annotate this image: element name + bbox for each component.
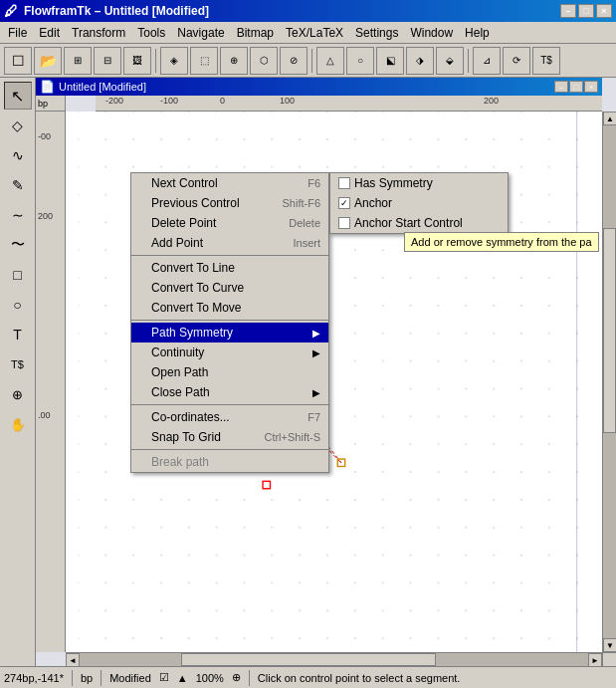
ctx-convert-curve[interactable]: Convert To Curve: [131, 278, 328, 298]
scrollbar-corner: [602, 652, 616, 666]
ctx-delete-point[interactable]: Delete Point Delete: [131, 213, 328, 233]
v-scroll-track[interactable]: [603, 125, 616, 638]
ruler-label: -200: [105, 96, 123, 106]
ruler-label: -100: [160, 96, 178, 106]
doc-window-controls: – □ ×: [554, 81, 598, 93]
menu-transform[interactable]: Transform: [66, 24, 131, 42]
tb-sep1: [155, 49, 156, 73]
ctx-continuity[interactable]: Continuity ▶: [131, 343, 328, 362]
tool-textmath[interactable]: T$: [4, 350, 32, 378]
h-scroll-right[interactable]: ►: [588, 653, 602, 666]
tool-node[interactable]: ◇: [4, 112, 32, 139]
status-sep3: [249, 670, 250, 686]
tool-pen[interactable]: ✎: [4, 171, 32, 199]
canvas-area[interactable]: 📄 Untitled [Modified] – □ × -200 -100 0 …: [36, 78, 616, 666]
ctx-sep3: [131, 404, 328, 405]
tb-text[interactable]: T$: [532, 47, 560, 75]
ctx-prev-control[interactable]: Previous Control Shift-F6: [131, 193, 328, 213]
tb-arrange2[interactable]: ⟳: [503, 47, 530, 75]
tb-grid1[interactable]: ⊞: [64, 47, 92, 75]
menu-window[interactable]: Window: [404, 24, 459, 42]
doc-maximize[interactable]: □: [569, 81, 583, 93]
menu-help[interactable]: Help: [459, 24, 496, 42]
tool-text[interactable]: T: [4, 321, 32, 348]
ctx-path-symmetry[interactable]: Path Symmetry ▶: [131, 323, 328, 343]
ctx-convert-line[interactable]: Convert To Line: [131, 258, 328, 278]
ctx-coordinates[interactable]: Co-ordinates... F7: [131, 407, 328, 427]
tb-arrange1[interactable]: ⊿: [473, 47, 501, 75]
app-title: FlowframTk – Untitled [Modified]: [24, 4, 209, 18]
ctx-sep2: [131, 320, 328, 321]
window-controls: – □ ×: [560, 4, 612, 18]
ruler-label: 100: [280, 96, 295, 106]
tb-shape5[interactable]: ⬙: [436, 47, 464, 75]
tb-obj1[interactable]: ◈: [160, 47, 188, 75]
close-button[interactable]: ×: [596, 4, 612, 18]
ruler-label-v: .00: [38, 410, 51, 420]
maximize-button[interactable]: □: [578, 4, 594, 18]
ctx-anchor[interactable]: ✓ Anchor: [330, 193, 508, 213]
doc-title-bar: 📄 Untitled [Modified] – □ ×: [36, 78, 602, 96]
ctx-next-control[interactable]: Next Control F6: [131, 173, 328, 193]
ctx-snap-grid[interactable]: Snap To Grid Ctrl+Shift-S: [131, 427, 328, 447]
tool-square[interactable]: □: [4, 261, 32, 289]
tool-ellipse[interactable]: ○: [4, 291, 32, 319]
ctx-anchor-start[interactable]: Anchor Start Control: [330, 213, 508, 233]
tool-pan[interactable]: ✋: [4, 410, 32, 438]
tb-sep2: [311, 49, 312, 73]
status-sep2: [101, 670, 102, 686]
status-unit: bp: [81, 672, 93, 684]
doc-close[interactable]: ×: [584, 81, 598, 93]
tool-bezier[interactable]: ∿: [4, 141, 32, 169]
tb-obj2[interactable]: ⬚: [190, 47, 218, 75]
v-scroll-up[interactable]: ▲: [603, 112, 616, 125]
menu-edit[interactable]: Edit: [33, 24, 66, 42]
left-toolbox: ↖ ◇ ∿ ✎ ∼ 〜 □ ○ T T$ ⊕ ✋: [0, 78, 36, 666]
ctx-sep4: [131, 449, 328, 450]
anchor-checkbox: ✓: [338, 197, 350, 209]
ctx-close-path[interactable]: Close Path ▶: [131, 382, 328, 402]
h-scroll-thumb[interactable]: [181, 653, 436, 666]
doc-minimize[interactable]: –: [554, 81, 568, 93]
tool-wave[interactable]: 〜: [4, 231, 32, 259]
minimize-button[interactable]: –: [560, 4, 576, 18]
tb-shape1[interactable]: △: [316, 47, 344, 75]
tb-obj4[interactable]: ⬡: [250, 47, 278, 75]
tb-grid2[interactable]: ⊟: [94, 47, 121, 75]
menu-navigate[interactable]: Navigate: [171, 24, 230, 42]
submenu-symmetry: Has Symmetry ✓ Anchor Anchor Start Contr…: [329, 172, 509, 234]
tb-shape2[interactable]: ○: [346, 47, 374, 75]
ctx-break-path[interactable]: Break path: [131, 452, 328, 472]
tool-pencil[interactable]: ∼: [4, 201, 32, 229]
context-menu: Next Control F6 Previous Control Shift-F…: [130, 172, 329, 473]
tb-img[interactable]: 🖼: [123, 47, 151, 75]
tb-obj5[interactable]: ⊘: [280, 47, 308, 75]
menu-texlatex[interactable]: TeX/LaTeX: [280, 24, 349, 42]
menu-settings[interactable]: Settings: [349, 24, 404, 42]
ctx-add-point[interactable]: Add Point Insert: [131, 233, 328, 253]
tb-shape4[interactable]: ⬗: [406, 47, 434, 75]
tool-select[interactable]: ↖: [4, 82, 32, 110]
ruler-label: 200: [484, 96, 499, 106]
menu-file[interactable]: File: [2, 24, 33, 42]
ctx-has-symmetry[interactable]: Has Symmetry: [330, 173, 508, 193]
ctx-open-path[interactable]: Open Path: [131, 362, 328, 382]
anchor-start-checkbox: [338, 217, 350, 229]
status-bar: 274bp,-141* bp Modified ☑ ▲ 100% ⊕ Click…: [0, 666, 616, 688]
v-scroll-down[interactable]: ▼: [603, 638, 616, 652]
ctx-convert-move[interactable]: Convert To Move: [131, 298, 328, 318]
h-scroll-track[interactable]: [80, 653, 588, 666]
status-icon2: ▲: [177, 672, 188, 684]
tb-shape3[interactable]: ⬕: [376, 47, 404, 75]
unit-label: bp: [36, 99, 48, 109]
menu-tools[interactable]: Tools: [131, 24, 171, 42]
status-icon1: ☑: [159, 671, 169, 684]
status-coords: 274bp,-141*: [4, 672, 64, 684]
tool-zoom[interactable]: ⊕: [4, 380, 32, 408]
tb-open[interactable]: 📂: [34, 47, 62, 75]
menu-bitmap[interactable]: Bitmap: [231, 24, 280, 42]
tb-new[interactable]: ☐: [4, 47, 32, 75]
tb-obj3[interactable]: ⊕: [220, 47, 248, 75]
h-scroll-left[interactable]: ◄: [66, 653, 80, 666]
v-scroll-thumb[interactable]: [603, 228, 616, 433]
